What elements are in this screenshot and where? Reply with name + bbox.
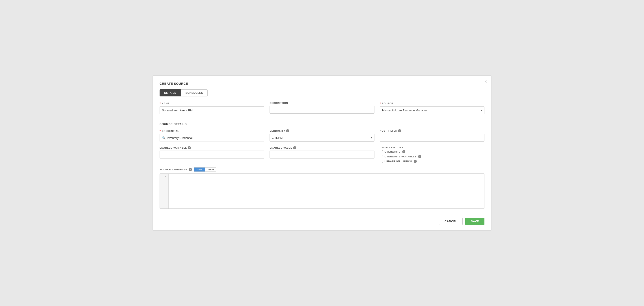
overwrite-variables-help-icon: ? xyxy=(418,155,421,158)
save-button[interactable]: SAVE xyxy=(465,218,484,225)
verbosity-label: VERBOSITY ? xyxy=(270,129,374,132)
description-label: DESCRIPTION xyxy=(270,102,374,104)
code-content: --- xyxy=(168,174,484,209)
update-on-launch-help-icon: ? xyxy=(414,160,417,163)
enabled-value-help-icon: ? xyxy=(293,146,296,149)
enabled-value-group: ENABLED VALUE ? xyxy=(270,146,374,163)
host-filter-group: HOST FILTER ? xyxy=(380,129,484,142)
credential-label: * CREDENTIAL xyxy=(160,129,264,133)
overwrite-row: OVERWRITE ? xyxy=(380,150,484,153)
name-required-star: * xyxy=(160,102,161,105)
enabled-variable-label: ENABLED VARIABLE ? xyxy=(160,146,264,149)
tab-schedules[interactable]: SCHEDULES xyxy=(181,89,208,96)
credential-required-star: * xyxy=(160,129,161,133)
overwrite-variables-label: OVERWRITE VARIABLES xyxy=(384,155,416,158)
host-filter-input[interactable] xyxy=(380,134,484,142)
tab-bar: DETAILS SCHEDULES xyxy=(160,89,484,96)
host-filter-label: HOST FILTER ? xyxy=(380,129,484,132)
tab-details[interactable]: DETAILS xyxy=(160,89,181,96)
json-format-button[interactable]: JSON xyxy=(205,168,216,172)
verbosity-select[interactable]: 0 (WARNING) 1 (INFO) 2 (DEBUG) xyxy=(270,134,374,142)
description-group: DESCRIPTION xyxy=(270,102,374,114)
source-select[interactable]: Microsoft Azure Resource Manager xyxy=(380,106,484,114)
overwrite-checkbox[interactable] xyxy=(380,150,383,153)
row-credential-verbosity-hostfilter: * CREDENTIAL 🔍 VERBOSITY ? 0 (WARNING) 1… xyxy=(160,129,484,142)
enabled-value-label: ENABLED VALUE ? xyxy=(270,146,374,149)
source-variables-help-icon: ? xyxy=(189,168,192,171)
format-toggle: YAML JSON xyxy=(194,167,216,172)
source-group: * SOURCE Microsoft Azure Resource Manage… xyxy=(380,102,484,114)
modal-footer: CANCEL SAVE xyxy=(160,214,484,225)
overwrite-help-icon: ? xyxy=(402,150,405,153)
name-group: * NAME xyxy=(160,102,264,114)
enabled-value-input[interactable] xyxy=(270,151,374,159)
enabled-variable-group: ENABLED VARIABLE ? xyxy=(160,146,264,163)
modal-title: CREATE SOURCE xyxy=(160,82,484,85)
line-numbers: 1 xyxy=(160,174,168,209)
overwrite-label: OVERWRITE xyxy=(384,150,400,153)
close-button[interactable]: × xyxy=(484,79,487,84)
update-options-group: UPDATE OPTIONS OVERWRITE ? OVERWRITE VAR… xyxy=(380,146,484,163)
credential-search-icon: 🔍 xyxy=(162,136,166,140)
credential-group: * CREDENTIAL 🔍 xyxy=(160,129,264,142)
source-details-title: SOURCE DETAILS xyxy=(160,119,484,126)
update-on-launch-checkbox[interactable] xyxy=(380,160,383,163)
host-filter-help-icon: ? xyxy=(398,129,401,132)
yaml-format-button[interactable]: YAML xyxy=(194,168,205,172)
description-input[interactable] xyxy=(270,106,374,114)
source-variables-section: SOURCE VARIABLES ? YAML JSON 1 --- xyxy=(160,167,484,209)
update-options-label: UPDATE OPTIONS xyxy=(380,146,484,149)
overwrite-variables-checkbox[interactable] xyxy=(380,155,383,158)
overwrite-variables-row: OVERWRITE VARIABLES ? xyxy=(380,155,484,158)
source-variables-label-row: SOURCE VARIABLES ? YAML JSON xyxy=(160,167,484,172)
source-required-star: * xyxy=(380,102,381,105)
verbosity-group: VERBOSITY ? 0 (WARNING) 1 (INFO) 2 (DEBU… xyxy=(270,129,374,142)
enabled-variable-help-icon: ? xyxy=(188,146,191,149)
create-source-modal: × CREATE SOURCE DETAILS SCHEDULES * NAME… xyxy=(152,75,492,231)
name-input[interactable] xyxy=(160,106,264,114)
row-enabled-variable-value-options: ENABLED VARIABLE ? ENABLED VALUE ? UPDAT… xyxy=(160,146,484,163)
source-variables-editor[interactable]: 1 --- xyxy=(160,173,484,209)
verbosity-select-wrapper: 0 (WARNING) 1 (INFO) 2 (DEBUG) ▾ xyxy=(270,134,374,142)
enabled-variable-input[interactable] xyxy=(160,151,264,159)
update-options-checkboxes: OVERWRITE ? OVERWRITE VARIABLES ? UPDATE… xyxy=(380,150,484,163)
cancel-button[interactable]: CANCEL xyxy=(439,218,462,225)
source-select-wrapper: Microsoft Azure Resource Manager ▾ xyxy=(380,106,484,114)
verbosity-help-icon: ? xyxy=(286,129,289,132)
update-on-launch-label: UPDATE ON LAUNCH xyxy=(384,160,412,163)
credential-input-wrapper: 🔍 xyxy=(160,134,264,142)
update-on-launch-row: UPDATE ON LAUNCH ? xyxy=(380,160,484,163)
credential-input[interactable] xyxy=(167,136,262,140)
row-name-desc-source: * NAME DESCRIPTION * SOURCE Microsoft Az… xyxy=(160,102,484,114)
name-label: * NAME xyxy=(160,102,264,105)
source-label: * SOURCE xyxy=(380,102,484,105)
